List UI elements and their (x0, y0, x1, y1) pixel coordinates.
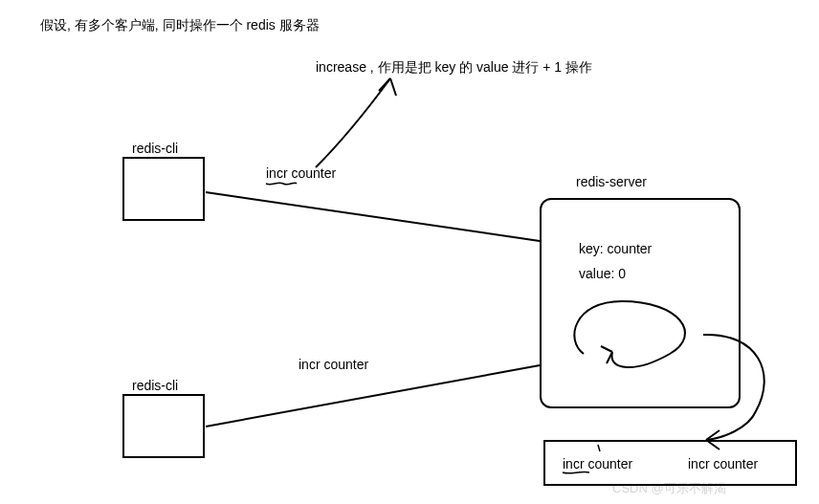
queue-cmd2: incr counter (688, 456, 758, 471)
svg-line-0 (206, 192, 540, 241)
increase-annotation: increase , 作用是把 key 的 value 进行 + 1 操作 (316, 59, 592, 77)
key-text: key: counter (579, 241, 652, 256)
client1-label: redis-cli (132, 141, 178, 156)
value-text: value: 0 (579, 266, 626, 281)
server-box (540, 198, 741, 408)
client2-label: redis-cli (132, 378, 178, 393)
cmd1-label: incr counter (266, 165, 336, 181)
watermark: CSDN @可乐不解渴 (612, 480, 726, 497)
diagram-title: 假设, 有多个客户端, 同时操作一个 redis 服务器 (40, 17, 320, 34)
svg-line-1 (206, 365, 540, 427)
queue-cmd1: incr counter (563, 456, 632, 471)
cmd2-label: incr counter (299, 357, 368, 372)
client1-box (122, 157, 205, 221)
server-label: redis-server (576, 174, 647, 189)
client2-box (122, 394, 205, 458)
